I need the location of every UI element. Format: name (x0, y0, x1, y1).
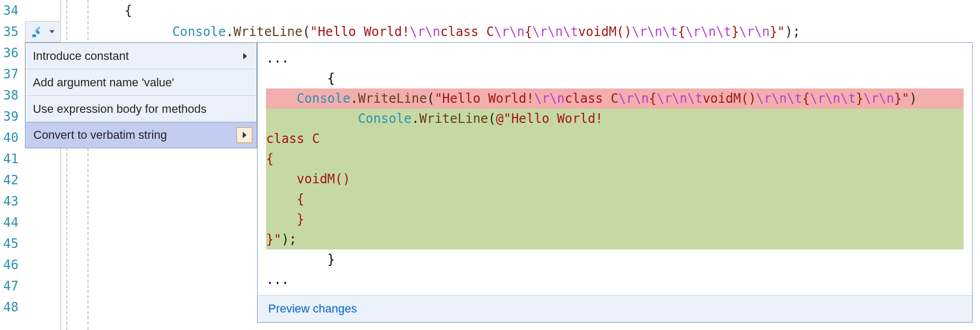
line-number: 44 (0, 212, 24, 233)
line-number: 39 (0, 106, 24, 127)
diff-added-line: Console.WriteLine(@"Hello World! (266, 109, 964, 129)
code-editor: 343536373839404142434445464748 { Console… (0, 0, 980, 330)
diff-ellipsis: ... (266, 270, 964, 290)
preview-changes-link[interactable]: Preview changes (258, 295, 972, 322)
chevron-right-icon (243, 53, 247, 59)
chevron-down-icon (49, 30, 55, 33)
menu-item-label: Introduce constant (33, 43, 129, 69)
menu-item[interactable]: Convert to verbatim string (25, 122, 257, 148)
svg-rect-0 (32, 34, 36, 37)
quick-actions-menu: Introduce constantAdd argument name 'val… (25, 42, 257, 148)
diff-added-line: { (266, 149, 964, 169)
line-number: 43 (0, 191, 24, 212)
diff-ellipsis: ... (266, 48, 964, 68)
line-number: 40 (0, 127, 24, 148)
line-number: 41 (0, 148, 24, 170)
quick-actions-button[interactable] (25, 21, 61, 42)
diff-removed-line: Console.WriteLine("Hello World!\r\nclass… (266, 88, 964, 109)
preview-flyout: ... { Console.WriteLine("Hello World!\r\… (257, 42, 973, 323)
preview-diff: ... { Console.WriteLine("Hello World!\r\… (258, 43, 972, 295)
diff-context-line: } (266, 249, 964, 270)
code-line-34[interactable]: { (125, 0, 132, 21)
menu-item-label: Convert to verbatim string (33, 122, 167, 148)
line-number: 36 (0, 42, 24, 64)
chevron-right-icon (243, 132, 246, 138)
line-number: 46 (0, 254, 24, 275)
menu-item[interactable]: Add argument name 'value' (25, 69, 257, 96)
line-number: 38 (0, 85, 24, 106)
diff-added-line: { (266, 189, 964, 209)
line-number: 48 (0, 297, 24, 318)
line-number: 42 (0, 170, 24, 191)
diff-context-line: { (266, 68, 964, 88)
menu-item-label: Add argument name 'value' (33, 69, 174, 96)
menu-item[interactable]: Introduce constant (25, 43, 257, 69)
line-number-gutter: 343536373839404142434445464748 (0, 0, 24, 330)
menu-item[interactable]: Use expression body for methods (25, 96, 257, 122)
line-number: 37 (0, 64, 24, 85)
line-number: 47 (0, 275, 24, 297)
line-number: 45 (0, 233, 24, 254)
diff-added-line: voidM() (266, 169, 964, 189)
line-number: 35 (0, 21, 24, 42)
submenu-arrow-box (236, 127, 252, 143)
code-line-35[interactable]: Console.WriteLine("Hello World!\r\nclass… (125, 21, 800, 42)
diff-added-line: }"); (266, 229, 964, 249)
diff-added-line: class C (266, 129, 964, 149)
screwdriver-icon (31, 25, 45, 39)
line-number: 34 (0, 0, 24, 21)
menu-item-label: Use expression body for methods (33, 96, 207, 122)
diff-added-line: } (266, 209, 964, 229)
